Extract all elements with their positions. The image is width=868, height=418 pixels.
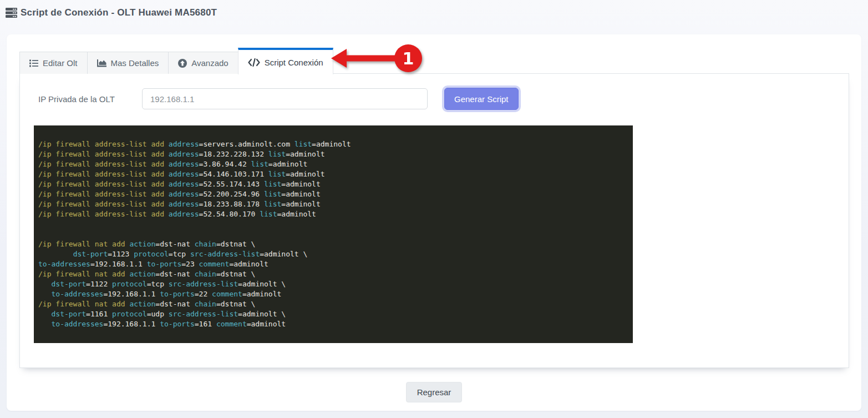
list-icon (29, 59, 38, 67)
ip-input[interactable] (142, 88, 428, 109)
tab-label: Avanzado (191, 58, 228, 68)
tab-content-pane: IP Privada de la OLT Generar Script /ip … (19, 73, 849, 368)
tab-editar-olt[interactable]: Editar Olt (19, 52, 88, 74)
tab-script-conexion[interactable]: Script Conexión (238, 48, 333, 74)
server-icon (6, 7, 17, 18)
ip-form-row: IP Privada de la OLT Generar Script (38, 88, 849, 110)
tab-bar: Editar Olt Mas Detalles Avanzado (19, 48, 861, 74)
ip-label: IP Privada de la OLT (38, 94, 142, 104)
footer-row: Regresar (7, 382, 861, 402)
back-button[interactable]: Regresar (406, 382, 463, 402)
code-icon (248, 58, 260, 67)
tab-avanzado[interactable]: Avanzado (168, 52, 238, 74)
tab-label: Script Conexión (265, 58, 323, 67)
tab-label: Editar Olt (43, 58, 78, 68)
content-card: Editar Olt Mas Detalles Avanzado (7, 34, 861, 411)
chart-area-icon (97, 59, 106, 67)
generate-script-button[interactable]: Generar Script (444, 88, 519, 110)
arrow-circle-up-icon (178, 59, 187, 68)
tab-label: Mas Detalles (111, 58, 159, 68)
page-header: Script de Conexión - OLT Huawei MA5680T (0, 0, 868, 25)
tab-mas-detalles[interactable]: Mas Detalles (87, 52, 169, 74)
connection-script-code: /ip firewall address-list add address=se… (34, 125, 633, 343)
page-title: Script de Conexión - OLT Huawei MA5680T (21, 7, 217, 18)
